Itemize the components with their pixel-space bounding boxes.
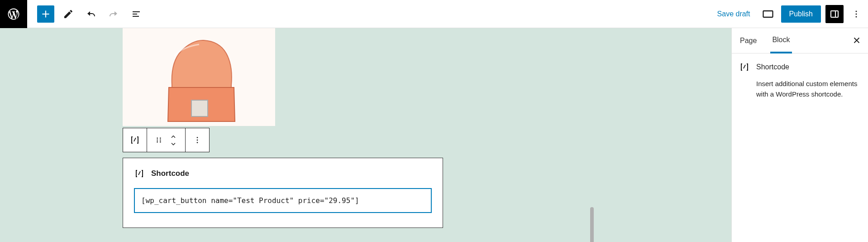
svg-point-14 <box>197 140 198 141</box>
tab-page[interactable]: Page <box>738 28 758 53</box>
settings-toggle-button[interactable] <box>825 5 844 23</box>
drag-handle[interactable] <box>152 133 166 147</box>
svg-point-9 <box>157 140 158 141</box>
shortcode-input[interactable] <box>134 188 432 213</box>
svg-point-8 <box>160 138 161 139</box>
shortcode-icon <box>129 135 140 145</box>
svg-point-4 <box>856 13 857 15</box>
publish-button[interactable]: Publish <box>781 5 821 23</box>
sidebar-block-title: Shortcode <box>756 63 789 71</box>
svg-rect-0 <box>763 11 773 17</box>
save-draft-button[interactable]: Save draft <box>713 6 755 22</box>
toolbar-left-group <box>37 5 145 23</box>
sidebar-body: Shortcode Insert additional custom eleme… <box>732 53 868 107</box>
block-options-button[interactable] <box>190 133 205 147</box>
toolbar-right-group: Save draft Publish <box>713 5 864 23</box>
svg-point-3 <box>856 10 857 12</box>
shortcode-label: Shortcode <box>151 169 189 178</box>
move-down-button[interactable] <box>166 140 181 147</box>
undo-button[interactable] <box>82 5 100 23</box>
select-tool-button[interactable] <box>60 5 77 23</box>
redo-icon <box>108 9 119 19</box>
svg-point-7 <box>157 138 158 139</box>
image-block[interactable] <box>123 28 275 126</box>
wordpress-icon <box>7 7 20 21</box>
move-up-button[interactable] <box>166 133 181 140</box>
wordpress-logo[interactable] <box>0 0 27 28</box>
document-overview-button[interactable] <box>128 5 145 23</box>
shortcode-icon <box>134 168 145 179</box>
block-toolbar <box>123 128 210 152</box>
svg-point-15 <box>197 142 198 143</box>
svg-point-12 <box>160 141 161 143</box>
svg-point-10 <box>160 140 161 141</box>
list-view-icon <box>131 9 142 19</box>
undo-icon <box>86 9 96 19</box>
sidebar-block-description: Insert additional custom elements with a… <box>756 79 861 99</box>
block-type-button[interactable] <box>128 133 142 147</box>
chevron-down-icon <box>169 141 177 146</box>
svg-point-11 <box>157 141 158 143</box>
svg-point-5 <box>856 16 857 17</box>
close-sidebar-button[interactable] <box>852 35 862 47</box>
sidebar-tabs: Page Block <box>732 28 868 53</box>
preview-button[interactable] <box>759 5 777 23</box>
shortcode-icon <box>739 62 750 73</box>
plus-icon <box>40 8 52 20</box>
device-icon <box>762 8 774 20</box>
drag-icon <box>154 136 163 145</box>
product-image <box>161 38 238 126</box>
sidebar-icon <box>829 9 840 19</box>
svg-point-13 <box>197 137 198 138</box>
tab-block[interactable]: Block <box>770 28 792 53</box>
shortcode-block[interactable]: Shortcode <box>123 158 443 228</box>
shortcode-block-header: Shortcode <box>134 168 432 179</box>
options-button[interactable] <box>848 6 864 22</box>
editor-toolbar: Save draft Publish <box>0 0 868 28</box>
add-block-button[interactable] <box>37 5 54 23</box>
svg-rect-6 <box>191 100 208 116</box>
editor-canvas: Shortcode <box>0 28 731 242</box>
scrollbar[interactable] <box>590 207 594 242</box>
more-vertical-icon <box>851 9 862 19</box>
pencil-icon <box>63 9 74 19</box>
chevron-up-icon <box>169 134 177 139</box>
svg-rect-1 <box>831 11 838 17</box>
settings-sidebar: Page Block Shortcode Insert additional c… <box>731 28 868 242</box>
redo-button[interactable] <box>105 5 122 23</box>
close-icon <box>852 35 862 45</box>
more-vertical-icon <box>192 135 202 145</box>
